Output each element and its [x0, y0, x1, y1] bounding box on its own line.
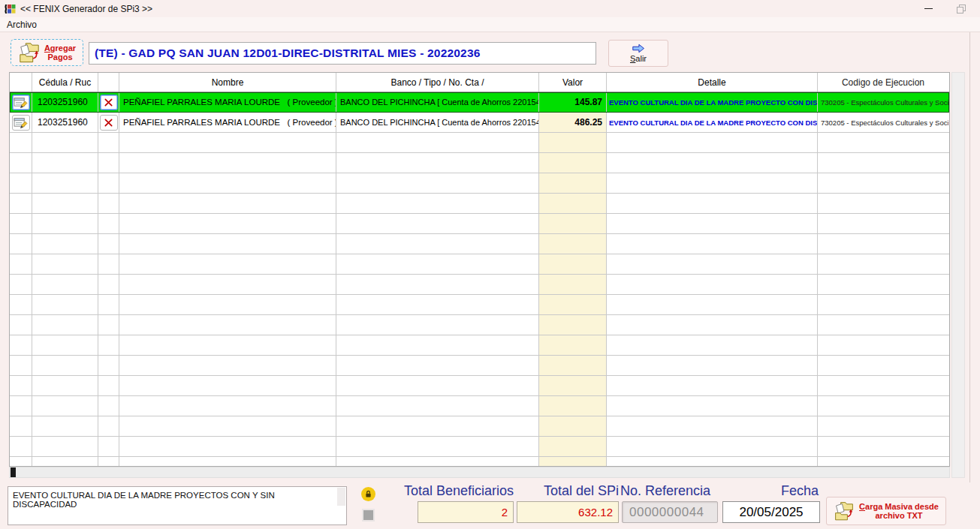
agregar-pagos-label-line2: Pagos — [44, 53, 76, 62]
app-window: { "window": { "title": "<< FENIX Generad… — [0, 0, 980, 529]
delete-row-button[interactable] — [100, 95, 118, 110]
table-empty-rows — [10, 133, 949, 467]
carga-masiva-label-line2: archivo TXT — [859, 511, 939, 520]
status-indicator-square — [362, 509, 375, 521]
total-beneficiarios-label: Total Beneficiarios — [388, 483, 514, 500]
delete-x-icon — [104, 118, 113, 128]
table-row[interactable]: 1203251960 PEÑAFIEL PARRALES MARIA LOURD… — [10, 113, 949, 133]
cell-detalle: EVENTO CULTURAL DIA DE LA MADRE PROYECTO… — [607, 92, 818, 112]
table-empty-row — [10, 396, 949, 416]
cell-valor: 486.25 — [539, 113, 607, 132]
exit-arrow-icon — [632, 44, 645, 53]
table-empty-row — [10, 275, 949, 295]
maximize-button[interactable] — [944, 0, 978, 17]
title-bar: << FENIX Generador de SPi3 >> — [0, 0, 980, 17]
agregar-pagos-label-line1: Agregar — [44, 44, 76, 53]
cell-banco: BANCO DEL PICHINCHA [ Cuenta de Ahorros … — [336, 92, 539, 112]
table-empty-row — [10, 457, 949, 467]
cell-cedula: 1203251960 — [32, 92, 98, 112]
cell-codigo: 730205 - Espectáculos Culturales y Socia… — [818, 92, 948, 112]
fecha-field[interactable]: 20/05/2025 — [722, 501, 820, 523]
folders-add-icon — [18, 41, 41, 64]
header-detalle: Detalle — [607, 73, 818, 92]
cell-codigo: 730205 - Espectáculos Culturales y Socia… — [818, 113, 948, 132]
cell-detalle: EVENTO CULTURAL DIA DE LA MADRE PROYECTO… — [607, 113, 818, 132]
no-referencia-field: 0000000044 — [622, 501, 718, 523]
header-codigo: Codigo de Ejecucion — [818, 73, 948, 92]
delete-x-icon — [104, 98, 113, 107]
cell-nombre: PEÑAFIEL PARRALES MARIA LOURDE ( Proveed… — [119, 113, 336, 132]
edit-form-icon — [14, 117, 28, 128]
header-banco: Banco / Tipo / No. Cta / — [336, 73, 539, 92]
header-edit-col — [10, 73, 32, 92]
table-row[interactable]: 1203251960 PEÑAFIEL PARRALES MARIA LOURD… — [10, 92, 949, 113]
header-valor: Valor — [539, 73, 607, 92]
folders-upload-icon — [834, 500, 855, 521]
table-empty-row — [10, 173, 949, 194]
payments-table: Cédula / Ruc Nombre Banco / Tipo / No. C… — [9, 72, 950, 467]
table-empty-row — [10, 315, 949, 335]
header-nombre: Nombre — [119, 73, 336, 92]
cell-nombre: PEÑAFIEL PARRALES MARIA LOURDE ( Proveed… — [119, 92, 336, 112]
restore-icon — [957, 5, 966, 14]
window-right-edge — [969, 32, 970, 482]
horizontal-scrollbar[interactable] — [9, 467, 950, 478]
salir-label: Salir — [630, 54, 647, 63]
header-cedula: Cédula / Ruc — [32, 73, 98, 92]
agregar-pagos-button[interactable]: Agregar Pagos — [11, 39, 83, 66]
menu-bar: Archivo — [0, 17, 980, 32]
horizontal-scrollbar-thumb[interactable] — [11, 467, 16, 477]
table-empty-row — [10, 194, 949, 214]
table-empty-row — [10, 133, 949, 153]
total-spi-label: Total del SPi — [517, 483, 619, 500]
table-header-row: Cédula / Ruc Nombre Banco / Tipo / No. C… — [10, 73, 949, 92]
edit-row-button[interactable] — [12, 95, 30, 110]
cell-valor: 145.87 — [539, 92, 607, 112]
header-delete-col — [98, 73, 119, 92]
salir-button[interactable]: Salir — [608, 40, 668, 67]
carga-masiva-label-line1: Carga Masiva desde — [859, 502, 939, 511]
minimize-button[interactable] — [911, 0, 945, 17]
note-scrollbar — [337, 488, 345, 506]
entity-title: (TE) - GAD PQ SAN JUAN 12D01-DIREC-DISTR… — [95, 47, 481, 60]
total-beneficiarios-field: 2 — [418, 501, 514, 523]
table-empty-row — [10, 254, 949, 275]
table-empty-row — [10, 153, 949, 173]
lock-icon — [361, 487, 375, 501]
table-empty-row — [10, 335, 949, 356]
cell-banco: BANCO DEL PICHINCHA [ Cuenta de Ahorros … — [336, 113, 539, 132]
carga-masiva-button[interactable]: Carga Masiva desde archivo TXT — [826, 497, 946, 525]
edit-row-button[interactable] — [12, 115, 30, 131]
delete-row-button[interactable] — [100, 115, 118, 131]
entity-title-box: (TE) - GAD PQ SAN JUAN 12D01-DIREC-DISTR… — [89, 42, 596, 65]
menu-archivo[interactable]: Archivo — [0, 18, 44, 32]
fecha-label: Fecha — [722, 483, 820, 500]
table-empty-row — [10, 295, 949, 315]
table-empty-row — [10, 234, 949, 254]
vertical-scrollbar[interactable] — [951, 72, 965, 478]
table-empty-row — [10, 437, 949, 457]
total-spi-field: 632.12 — [517, 501, 619, 523]
detail-note-text: EVENTO CULTURAL DIA DE LA MADRE PROYECTO… — [13, 491, 275, 509]
table-empty-row — [10, 376, 949, 396]
edit-form-icon — [14, 97, 28, 108]
app-window-icon — [4, 3, 16, 15]
no-referencia-label: No. Referencia — [620, 483, 719, 500]
cell-cedula: 1203251960 — [32, 113, 98, 132]
table-empty-row — [10, 214, 949, 234]
table-empty-row — [10, 416, 949, 437]
detail-note-textarea[interactable]: EVENTO CULTURAL DIA DE LA MADRE PROYECTO… — [8, 486, 347, 525]
window-title: << FENIX Generador de SPi3 >> — [20, 4, 152, 14]
table-empty-row — [10, 356, 949, 376]
